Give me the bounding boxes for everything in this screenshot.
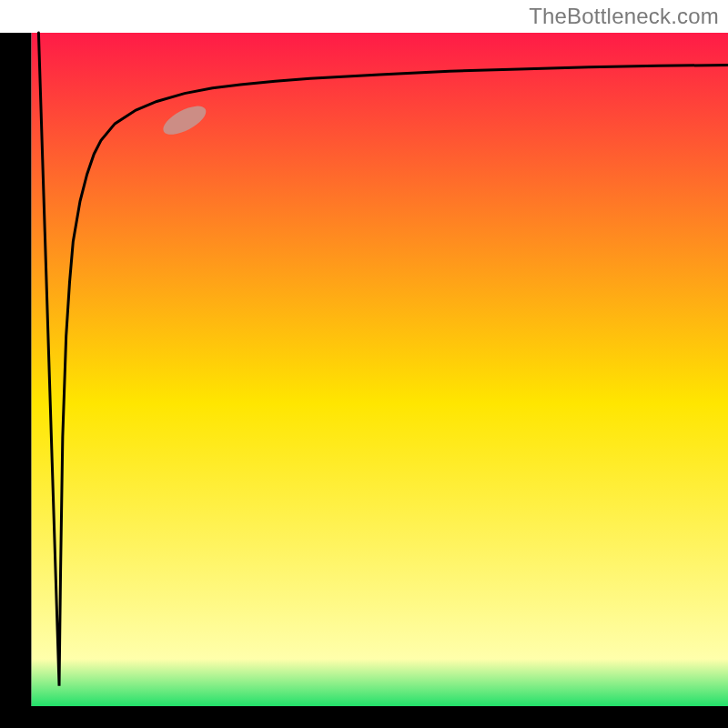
x-axis	[0, 706, 728, 728]
bottleneck-chart	[0, 0, 728, 728]
y-axis	[0, 33, 31, 728]
plot-background	[31, 33, 728, 706]
watermark-text: TheBottleneck.com	[529, 4, 719, 29]
